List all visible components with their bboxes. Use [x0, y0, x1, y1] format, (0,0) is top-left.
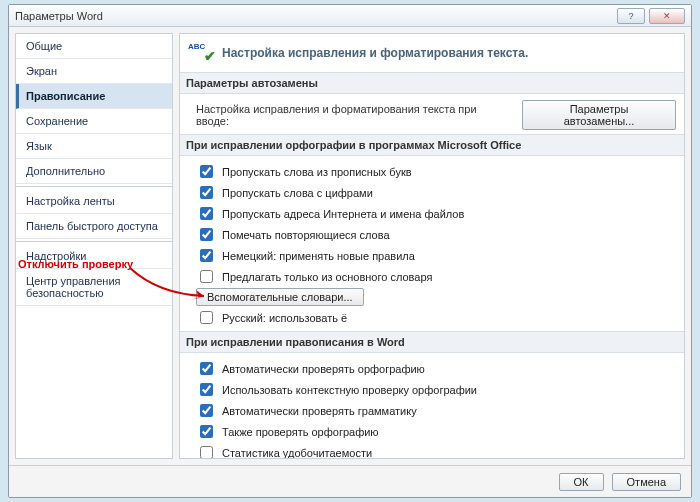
content-pane: ABC✔ Настройка исправления и форматирова… — [179, 33, 685, 459]
chk-auto-grammar-label: Автоматически проверять грамматику — [222, 405, 417, 417]
chk-internet-addresses-label: Пропускать адреса Интернета и имена файл… — [222, 208, 464, 220]
annotation-disable-check: Отключить проверку — [18, 258, 133, 270]
dialog-footer: ОК Отмена — [9, 465, 691, 497]
chk-russian-yo[interactable] — [200, 311, 213, 324]
chk-readability-stats[interactable] — [200, 446, 213, 459]
section-office-spelling-title: При исправлении орфографии в программах … — [180, 134, 684, 156]
titlebar: Параметры Word ? ✕ — [9, 5, 691, 27]
chk-auto-spell[interactable] — [200, 362, 213, 375]
chk-german-rules[interactable] — [200, 249, 213, 262]
chk-repeated-words[interactable] — [200, 228, 213, 241]
chk-also-spell-label: Также проверять орфографию — [222, 426, 379, 438]
chk-contextual-spell[interactable] — [200, 383, 213, 396]
sidebar-item-advanced[interactable]: Дополнительно — [16, 159, 172, 184]
chk-main-dictionary-only[interactable] — [200, 270, 213, 283]
autocorrect-options-button[interactable]: Параметры автозамены... — [522, 100, 676, 130]
help-button[interactable]: ? — [617, 8, 645, 24]
sidebar-item-general[interactable]: Общие — [16, 34, 172, 59]
chk-words-with-numbers-label: Пропускать слова с цифрами — [222, 187, 373, 199]
category-sidebar: Общие Экран Правописание Сохранение Язык… — [15, 33, 173, 459]
window-title: Параметры Word — [15, 10, 103, 22]
chk-contextual-spell-label: Использовать контекстную проверку орфогр… — [222, 384, 477, 396]
chk-auto-spell-label: Автоматически проверять орфографию — [222, 363, 425, 375]
sidebar-item-proofing[interactable]: Правописание — [16, 84, 172, 109]
sidebar-item-ribbon[interactable]: Настройка ленты — [16, 186, 172, 214]
chk-repeated-words-label: Помечать повторяющиеся слова — [222, 229, 390, 241]
ok-button[interactable]: ОК — [559, 473, 604, 491]
custom-dictionaries-button[interactable]: Вспомогательные словари... — [196, 288, 364, 306]
chk-uppercase-words-label: Пропускать слова из прописных букв — [222, 166, 412, 178]
chk-german-rules-label: Немецкий: применять новые правила — [222, 250, 415, 262]
sidebar-item-trust[interactable]: Центр управления безопасностью — [16, 269, 172, 306]
sidebar-item-save[interactable]: Сохранение — [16, 109, 172, 134]
chk-also-spell[interactable] — [200, 425, 213, 438]
page-heading: Настройка исправления и форматирования т… — [222, 46, 528, 60]
chk-readability-stats-label: Статистика удобочитаемости — [222, 447, 372, 459]
sidebar-item-display[interactable]: Экран — [16, 59, 172, 84]
chk-internet-addresses[interactable] — [200, 207, 213, 220]
abc-check-icon: ABC✔ — [188, 42, 216, 64]
chk-auto-grammar[interactable] — [200, 404, 213, 417]
section-autocorrect-title: Параметры автозамены — [180, 72, 684, 94]
chk-words-with-numbers[interactable] — [200, 186, 213, 199]
chk-main-dictionary-only-label: Предлагать только из основного словаря — [222, 271, 432, 283]
sidebar-item-qat[interactable]: Панель быстрого доступа — [16, 214, 172, 239]
chk-russian-yo-label: Русский: использовать ё — [222, 312, 347, 324]
sidebar-item-language[interactable]: Язык — [16, 134, 172, 159]
autocorrect-label: Настройка исправления и форматирования т… — [196, 103, 512, 127]
chk-uppercase-words[interactable] — [200, 165, 213, 178]
cancel-button[interactable]: Отмена — [612, 473, 681, 491]
close-button[interactable]: ✕ — [649, 8, 685, 24]
section-word-proofing-title: При исправлении правописания в Word — [180, 331, 684, 353]
options-dialog: Параметры Word ? ✕ Общие Экран Правописа… — [8, 4, 692, 498]
